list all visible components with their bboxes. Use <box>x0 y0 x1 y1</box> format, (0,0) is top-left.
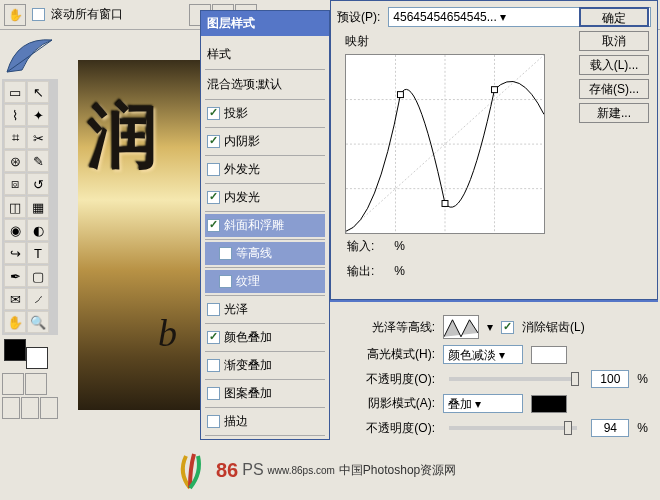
load-button[interactable]: 载入(L)... <box>579 55 649 75</box>
style-item-7[interactable]: 光泽 <box>205 298 325 321</box>
highlight-mode-label: 高光模式(H): <box>340 346 435 363</box>
dodge-tool[interactable]: ◐ <box>27 219 49 241</box>
style-item-label: 内阴影 <box>224 133 260 150</box>
style-item-label: 光泽 <box>224 301 248 318</box>
style-item-checkbox[interactable] <box>207 415 220 428</box>
scroll-all-checkbox[interactable] <box>32 8 45 21</box>
new-button[interactable]: 新建... <box>579 103 649 123</box>
type-tool[interactable]: T <box>27 242 49 264</box>
lasso-tool[interactable]: ⌇ <box>4 104 26 126</box>
contour-editor-dialog: 预设(P): 45645454654545... ▾ 确定 取消 载入(L)..… <box>330 0 658 300</box>
highlight-opacity-value[interactable]: 100 <box>591 370 629 388</box>
style-item-label: 纹理 <box>236 273 260 290</box>
gloss-contour-picker[interactable] <box>443 315 479 339</box>
style-item-checkbox[interactable] <box>207 303 220 316</box>
save-button[interactable]: 存储(S)... <box>579 79 649 99</box>
antialias-label: 消除锯齿(L) <box>522 319 585 336</box>
style-item-10[interactable]: 图案叠加 <box>205 382 325 405</box>
styles-heading[interactable]: 样式 <box>205 42 325 67</box>
style-item-checkbox[interactable] <box>207 135 220 148</box>
style-item-0[interactable]: 投影 <box>205 102 325 125</box>
bg-color-swatch[interactable] <box>26 347 48 369</box>
style-item-label: 图案叠加 <box>224 385 272 402</box>
style-item-label: 颜色叠加 <box>224 329 272 346</box>
highlight-opacity-slider[interactable] <box>449 377 577 381</box>
tool-palette: ▭↖ ⌇✦ ⌗✂ ⊛✎ ⧇↺ ◫▦ ◉◐ ↪T ✒▢ ✉⟋ ✋🔍 <box>2 79 58 335</box>
style-item-3[interactable]: 内发光 <box>205 186 325 209</box>
style-item-1[interactable]: 内阴影 <box>205 130 325 153</box>
style-item-checkbox[interactable] <box>219 247 232 260</box>
style-item-checkbox[interactable] <box>207 219 220 232</box>
style-item-checkbox[interactable] <box>219 275 232 288</box>
style-item-checkbox[interactable] <box>207 331 220 344</box>
preset-label: 预设(P): <box>337 9 380 26</box>
style-item-2[interactable]: 外发光 <box>205 158 325 181</box>
antialias-checkbox[interactable] <box>501 321 514 334</box>
gradient-tool[interactable]: ▦ <box>27 196 49 218</box>
ok-button[interactable]: 确定 <box>579 7 649 27</box>
shadow-blend-dropdown[interactable]: 叠加 ▾ <box>443 394 523 413</box>
path-tool[interactable]: ↪ <box>4 242 26 264</box>
dialog-buttons: 确定 取消 载入(L)... 存储(S)... 新建... <box>579 7 649 123</box>
cancel-button[interactable]: 取消 <box>579 31 649 51</box>
style-item-4[interactable]: 斜面和浮雕 <box>205 214 325 237</box>
style-item-label: 投影 <box>224 105 248 122</box>
blur-tool[interactable]: ◉ <box>4 219 26 241</box>
left-column: ▭↖ ⌇✦ ⌗✂ ⊛✎ ⧇↺ ◫▦ ◉◐ ↪T ✒▢ ✉⟋ ✋🔍 <box>0 30 60 500</box>
shadow-opacity-slider[interactable] <box>449 426 577 430</box>
wand-tool[interactable]: ✦ <box>27 104 49 126</box>
style-item-11[interactable]: 描边 <box>205 410 325 433</box>
fg-color-swatch[interactable] <box>4 339 26 361</box>
hand-tool[interactable]: ✋ <box>4 311 26 333</box>
layer-style-styles-list: 图层样式 样式 混合选项:默认 投影内阴影外发光内发光斜面和浮雕等高线纹理光泽颜… <box>200 10 330 440</box>
style-item-checkbox[interactable] <box>207 191 220 204</box>
eraser-tool[interactable]: ◫ <box>4 196 26 218</box>
watermark-logo-icon <box>168 448 212 492</box>
svg-rect-8 <box>397 92 403 98</box>
eyedrop-tool[interactable]: ⟋ <box>27 288 49 310</box>
shape-tool[interactable]: ▢ <box>27 265 49 287</box>
document-canvas[interactable]: 润 b <box>78 60 208 410</box>
shadow-color-swatch[interactable] <box>531 395 567 413</box>
screen-mode-2[interactable] <box>21 397 39 419</box>
highlight-color-swatch[interactable] <box>531 346 567 364</box>
style-item-checkbox[interactable] <box>207 163 220 176</box>
screen-mode-3[interactable] <box>40 397 58 419</box>
slice-tool[interactable]: ✂ <box>27 127 49 149</box>
style-item-8[interactable]: 颜色叠加 <box>205 326 325 349</box>
style-item-label: 描边 <box>224 413 248 430</box>
style-item-checkbox[interactable] <box>207 107 220 120</box>
hand-tool-icon[interactable]: ✋ <box>4 4 26 26</box>
style-item-9[interactable]: 渐变叠加 <box>205 354 325 377</box>
crop-tool[interactable]: ⌗ <box>4 127 26 149</box>
style-item-5[interactable]: 等高线 <box>205 242 325 265</box>
style-item-label: 斜面和浮雕 <box>224 217 284 234</box>
brush-tool[interactable]: ✎ <box>27 150 49 172</box>
shadow-opacity-value[interactable]: 94 <box>591 419 629 437</box>
color-swatches[interactable] <box>4 339 48 369</box>
heal-tool[interactable]: ⊛ <box>4 150 26 172</box>
style-item-label: 等高线 <box>236 245 272 262</box>
style-item-6[interactable]: 纹理 <box>205 270 325 293</box>
blend-options-heading[interactable]: 混合选项:默认 <box>205 72 325 97</box>
contour-curve-editor[interactable] <box>345 54 545 234</box>
canvas-glyph: 润 <box>78 60 208 214</box>
style-item-label: 外发光 <box>224 161 260 178</box>
standard-mode[interactable] <box>2 373 24 395</box>
marquee-tool[interactable]: ▭ <box>4 81 26 103</box>
gloss-contour-label: 光泽等高线: <box>340 319 435 336</box>
stamp-tool[interactable]: ⧇ <box>4 173 26 195</box>
style-item-checkbox[interactable] <box>207 387 220 400</box>
pen-tool[interactable]: ✒ <box>4 265 26 287</box>
notes-tool[interactable]: ✉ <box>4 288 26 310</box>
quickmask-mode[interactable] <box>25 373 47 395</box>
highlight-opacity-label: 不透明度(O): <box>340 371 435 388</box>
screen-mode-1[interactable] <box>2 397 20 419</box>
move-tool[interactable]: ↖ <box>27 81 49 103</box>
mapping-label: 映射 <box>345 33 565 54</box>
history-brush-tool[interactable]: ↺ <box>27 173 49 195</box>
zoom-tool[interactable]: 🔍 <box>27 311 49 333</box>
style-item-checkbox[interactable] <box>207 359 220 372</box>
highlight-blend-dropdown[interactable]: 颜色减淡 ▾ <box>443 345 523 364</box>
screen-mode-buttons <box>2 397 58 419</box>
